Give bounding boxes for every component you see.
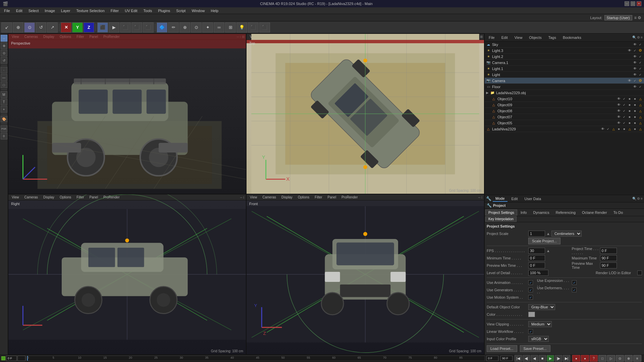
prop-motion-check[interactable]: ✓ (528, 295, 533, 300)
menu-item-texture-selection[interactable]: Texture Selection (73, 8, 107, 13)
light-tag-2[interactable]: ✓ (638, 72, 643, 77)
menu-item-uv-edit[interactable]: UV Edit (122, 8, 140, 13)
obj09-t3[interactable]: ■ (627, 103, 632, 107)
toolbar-x-lock[interactable]: ✕ (61, 22, 71, 33)
obj-item-light1[interactable]: ☀ Light.1 👁 ✓ (485, 66, 644, 72)
menu-item-file[interactable]: File (1, 8, 13, 13)
minimize-btn[interactable]: ─ (625, 1, 629, 6)
tool-points[interactable]: · (1, 67, 7, 73)
obj-item-camera1[interactable]: 📷 Camera.1 👁 ✓ (485, 60, 644, 66)
maximize-btn[interactable]: □ (631, 1, 635, 6)
btn-play[interactable]: ▶ (547, 355, 554, 362)
obj05-t1[interactable]: 👁 (616, 121, 621, 125)
prop-projtime-input[interactable] (600, 248, 617, 254)
tool-axis[interactable]: + (1, 106, 7, 113)
tool-rotate[interactable]: ↺ (1, 57, 7, 64)
btn-step-fwd[interactable]: |▶ (555, 355, 562, 362)
btn-render1[interactable]: □ (598, 355, 606, 362)
prop-scale-arrow-up[interactable]: ▲ (546, 232, 550, 236)
om-tab-file[interactable]: File (486, 35, 497, 40)
toolbar-object[interactable]: ↺ (36, 22, 46, 33)
ladaniva-t4[interactable]: ■ (616, 127, 621, 131)
obj05-t3[interactable]: ■ (627, 121, 632, 125)
floor-tag-2[interactable]: ✓ (638, 84, 643, 89)
menu-item-tools[interactable]: Tools (141, 8, 155, 13)
obj07-t3[interactable]: ■ (627, 115, 632, 119)
timeline-start-frame[interactable] (6, 356, 17, 361)
prop-objcolor-dropdown[interactable]: Gray-Blue (528, 304, 555, 310)
obj-item-sky[interactable]: ☁ Sky 👁 ✓ (485, 42, 644, 48)
viewport-front[interactable]: View Cameras Display Options Filter Pane… (246, 194, 484, 355)
ladaniva-t3[interactable]: △ (611, 127, 616, 131)
light-tag-1[interactable]: 👁 (633, 72, 637, 77)
toolbar-poly[interactable]: ═ (214, 22, 224, 33)
menu-item-plugins[interactable]: Plugins (155, 8, 173, 13)
prop-subtab-keyinterp[interactable]: Key Interpolation (485, 216, 517, 222)
toolbar-grid[interactable]: ⊞ (225, 22, 236, 33)
ladaniva-t1[interactable]: 👁 (600, 127, 605, 131)
toolbar-pen[interactable]: ✏ (168, 22, 179, 33)
close-btn[interactable]: ✕ (637, 1, 641, 6)
obj09-t2[interactable]: ✓ (622, 103, 627, 107)
prop-fps-arrow[interactable]: ▲ (546, 249, 550, 253)
tool-scale[interactable]: ⊙ (1, 50, 7, 56)
obj-item-ladaniva-group[interactable]: ▶ 📁 LadaNiva2329.obj (485, 90, 644, 96)
ladaniva-t8[interactable]: △ (638, 127, 643, 131)
timeline-fps-input[interactable] (17, 356, 25, 361)
obj-item-floor[interactable]: ▭ Floor 👁 ✓ (485, 84, 644, 90)
obj10-t2[interactable]: ✓ (622, 97, 627, 101)
obj07-t5[interactable]: △ (638, 115, 643, 119)
obj-item-camera[interactable]: 📷 Camera 👁 ✓ ⚙ (485, 78, 644, 84)
prop-gen-check[interactable]: ✓ (528, 288, 533, 292)
prop-color-swatch[interactable] (528, 312, 535, 317)
toolbar-y-lock[interactable]: Y (72, 22, 83, 33)
floor-tag-1[interactable]: 👁 (633, 84, 637, 89)
toolbar-cube[interactable]: ⬛ (97, 22, 108, 33)
obj05-t4[interactable]: ■ (633, 121, 637, 125)
btn-play-back[interactable]: ◀ (531, 355, 538, 362)
btn-step-back[interactable]: ◀| (523, 355, 530, 362)
obj07-t4[interactable]: ■ (633, 115, 637, 119)
prop-fps-input[interactable] (528, 248, 545, 254)
menu-item-select[interactable]: Select (26, 8, 42, 13)
obj09-t4[interactable]: ■ (633, 103, 637, 107)
prop-prevmin-input[interactable] (528, 262, 545, 268)
save-preset-btn[interactable]: Save Preset... (520, 345, 550, 352)
om-tab-tags[interactable]: Tags (546, 35, 559, 40)
tool-palette[interactable]: 🎨 (1, 116, 7, 122)
btn-record2[interactable]: ● (581, 355, 589, 362)
light3-tag-1[interactable]: 👁 (627, 48, 632, 53)
toolbar-z-lock[interactable]: Z (84, 22, 94, 33)
light2-tag-1[interactable]: 👁 (633, 54, 637, 59)
prop-prevmax-input[interactable] (600, 262, 617, 268)
timeline-ruler[interactable]: 051015202530354045505560657075808590 (27, 356, 485, 361)
layout-value[interactable]: Startup (User) (604, 15, 632, 20)
light2-tag-2[interactable]: ✓ (638, 54, 643, 59)
camera-tag-1[interactable]: 👁 (627, 78, 632, 83)
ladaniva-t2[interactable]: ✓ (606, 127, 610, 131)
menu-item-script[interactable]: Script (173, 8, 188, 13)
prop-scale-unit[interactable]: Centimeters Meters (551, 231, 582, 237)
obj-item-obj08[interactable]: △ Object08 👁 ✓ ■ ■ △ (485, 108, 644, 114)
prop-clipping-dropdown[interactable]: Medium Small Large (528, 321, 552, 327)
obj-item-obj10[interactable]: △ Object10 👁 ✓ ■ ■ △ (485, 96, 644, 102)
prop-tab-referencing[interactable]: Referencing (553, 209, 579, 216)
obj-item-light3[interactable]: ☀ Light.3 👁 ✓ ⚙ (485, 48, 644, 54)
prop-tab-info[interactable]: Info (518, 209, 530, 216)
toolbar-redo[interactable]: ⊕ (13, 22, 23, 33)
prop-maxtime-input[interactable] (600, 255, 617, 261)
ladaniva-t6[interactable]: △ (627, 127, 632, 131)
viewport-perspective[interactable]: View Cameras Display Options Filter Pane… (8, 34, 246, 194)
toolbar-scene[interactable]: ↗ (47, 22, 58, 33)
sky-tag-1[interactable]: 👁 (633, 42, 637, 47)
light3-tag-3[interactable]: ⚙ (638, 48, 643, 53)
obj08-t4[interactable]: ■ (633, 109, 637, 113)
menu-item-layer[interactable]: Layer (58, 8, 73, 13)
btn-go-start[interactable]: |◀ (515, 355, 522, 362)
prop-more-icon[interactable]: ≡ (641, 197, 643, 200)
toolbar-torus[interactable]: ⬛ (143, 22, 154, 33)
prop-expr-check[interactable]: ✓ (572, 280, 577, 285)
prop-tab-todo[interactable]: To Do (610, 209, 626, 216)
btn-record[interactable]: ● (572, 355, 580, 362)
om-settings-icon[interactable]: ⚙ (637, 36, 640, 39)
